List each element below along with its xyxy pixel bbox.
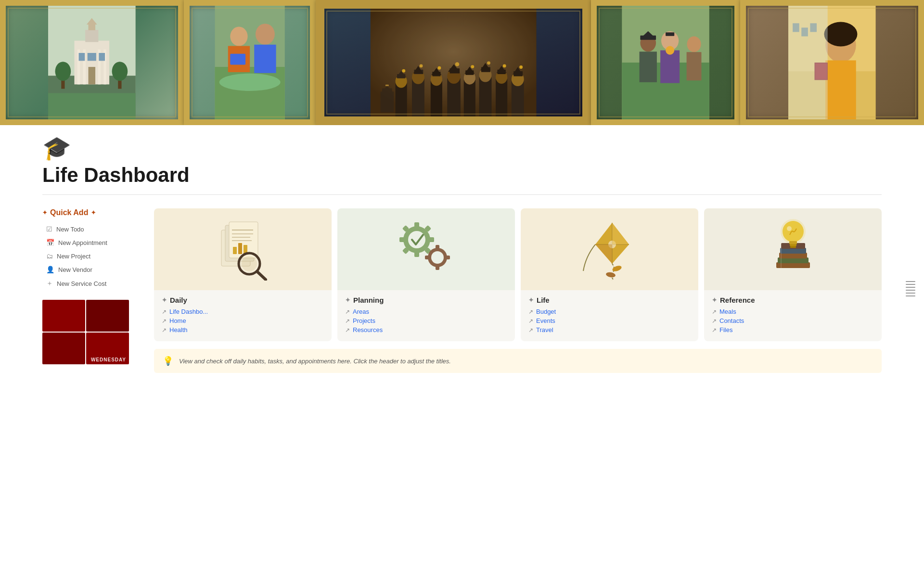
- cal-grid: WEDNESDAY: [42, 300, 129, 364]
- new-project-button[interactable]: 🗂 New Project: [42, 250, 139, 262]
- cal-cell-2: [86, 300, 129, 332]
- svg-rect-123: [436, 245, 439, 250]
- daily-illustration-area: [154, 208, 332, 290]
- calendar-widget: WEDNESDAY: [42, 300, 129, 364]
- life-link-2[interactable]: ↗ Travel: [528, 326, 691, 333]
- svg-rect-144: [790, 244, 796, 246]
- new-service-cost-label: New Service Cost: [57, 280, 106, 287]
- new-appointment-button[interactable]: 📅 New Appointment: [42, 236, 139, 249]
- life-links: ↗ Budget ↗ Events ↗ Travel: [528, 308, 691, 333]
- svg-point-109: [242, 256, 257, 271]
- frame-graduation: [316, 0, 591, 125]
- svg-point-122: [431, 251, 444, 264]
- reference-link-1[interactable]: ↗ Contacts: [712, 317, 874, 324]
- daily-link-arrow-1: ↗: [162, 318, 167, 324]
- svg-rect-106: [238, 243, 242, 254]
- scroll-line-3: [906, 287, 915, 288]
- cal-cell-wednesday: WEDNESDAY: [86, 333, 129, 364]
- daily-link-label-2: Health: [169, 326, 188, 333]
- right-content: ✦ Daily ↗ Life Dashbo... ↗ Home: [154, 208, 882, 373]
- appointment-icon: 📅: [46, 239, 54, 246]
- frame-students-reading: [184, 0, 316, 125]
- new-service-cost-button[interactable]: ＋ New Service Cost: [42, 277, 139, 290]
- project-icon: 🗂: [46, 252, 53, 260]
- svg-rect-114: [414, 251, 419, 257]
- daily-link-arrow-2: ↗: [162, 327, 167, 333]
- quick-add-label: Quick Add: [50, 208, 88, 217]
- life-illustration: [578, 218, 641, 281]
- page-icon: 🎓: [42, 135, 882, 162]
- diamond-right: ✦: [91, 209, 96, 216]
- page-title: Life Dashboard: [42, 164, 882, 187]
- daily-link-1[interactable]: ↗ Home: [162, 317, 324, 324]
- daily-sparkle-icon: ✦: [162, 296, 167, 304]
- svg-rect-124: [436, 265, 439, 270]
- scroll-line-4: [906, 290, 915, 291]
- daily-link-label-1: Home: [169, 317, 186, 324]
- svg-rect-116: [428, 237, 434, 242]
- planning-link-2[interactable]: ↗ Resources: [345, 326, 507, 333]
- daily-illustration: [212, 218, 274, 281]
- svg-point-146: [787, 226, 792, 231]
- life-card-body: ✦ Life ↗ Budget ↗ Events ↗: [521, 290, 698, 341]
- reference-link-0[interactable]: ↗ Meals: [712, 308, 874, 315]
- planning-card-body: ✦ Planning ↗ Areas ↗ Projects ↗: [337, 290, 515, 341]
- planning-link-1[interactable]: ↗ Projects: [345, 317, 507, 324]
- reference-sparkle-icon: ✦: [712, 296, 717, 304]
- planning-illustration: [395, 218, 458, 281]
- svg-rect-145: [790, 246, 796, 248]
- svg-rect-143: [789, 241, 797, 244]
- daily-link-label-0: Life Dashbo...: [169, 308, 208, 315]
- planning-illustration-area: [337, 208, 515, 290]
- life-link-0[interactable]: ↗ Budget: [528, 308, 691, 315]
- vendor-icon: 👤: [46, 266, 54, 273]
- new-todo-button[interactable]: ☑ New Todo: [42, 223, 139, 235]
- reference-link-arrow-0: ↗: [712, 308, 717, 315]
- service-cost-icon: ＋: [46, 279, 53, 288]
- scroll-line-1: [906, 281, 915, 282]
- scroll-line-5: [906, 293, 915, 294]
- planning-link-label-0: Areas: [353, 308, 369, 315]
- reference-link-2[interactable]: ↗ Files: [712, 326, 874, 333]
- new-vendor-button[interactable]: 👤 New Vendor: [42, 263, 139, 276]
- svg-rect-125: [425, 256, 430, 259]
- planning-title-label: Planning: [353, 296, 384, 304]
- new-appointment-label: New Appointment: [58, 239, 107, 246]
- new-vendor-label: New Vendor: [58, 266, 92, 273]
- svg-rect-105: [233, 247, 237, 254]
- planning-link-arrow-1: ↗: [345, 318, 350, 324]
- planning-links: ↗ Areas ↗ Projects ↗ Resources: [345, 308, 507, 333]
- frame-gallery: [0, 0, 924, 125]
- life-card: ✦ Life ↗ Budget ↗ Events ↗: [521, 208, 698, 341]
- diamond-left: ✦: [42, 209, 47, 216]
- frame-student-books: [740, 0, 924, 125]
- daily-card-body: ✦ Daily ↗ Life Dashbo... ↗ Home: [154, 290, 332, 341]
- reference-link-arrow-2: ↗: [712, 327, 717, 333]
- main-content: ✦ Quick Add ✦ ☑ New Todo 📅 New Appointme…: [0, 208, 924, 392]
- scroll-line-6: [906, 295, 915, 296]
- scroll-line-2: [906, 284, 915, 285]
- reference-title-label: Reference: [720, 296, 755, 304]
- svg-point-112: [408, 231, 425, 248]
- svg-line-110: [257, 271, 266, 280]
- header-banner: [0, 0, 924, 125]
- daily-link-0[interactable]: ↗ Life Dashbo...: [162, 308, 324, 315]
- quick-add-title: ✦ Quick Add ✦: [42, 208, 139, 217]
- daily-links: ↗ Life Dashbo... ↗ Home ↗ Health: [162, 308, 324, 333]
- life-link-label-1: Events: [536, 317, 555, 324]
- planning-section-title: ✦ Planning: [345, 296, 507, 304]
- life-title-label: Life: [537, 296, 550, 304]
- reference-card: ✦ Reference ↗ Meals ↗ Contacts: [704, 208, 882, 341]
- cal-cell-1: [42, 300, 85, 332]
- planning-link-0[interactable]: ↗ Areas: [345, 308, 507, 315]
- reference-card-body: ✦ Reference ↗ Meals ↗ Contacts: [704, 290, 882, 341]
- left-sidebar: ✦ Quick Add ✦ ☑ New Todo 📅 New Appointme…: [42, 208, 139, 373]
- info-text: View and check off daily habits, tasks, …: [179, 358, 451, 365]
- svg-marker-134: [595, 244, 612, 264]
- life-link-1[interactable]: ↗ Events: [528, 317, 691, 324]
- daily-card: ✦ Daily ↗ Life Dashbo... ↗ Home: [154, 208, 332, 341]
- todo-icon: ☑: [46, 225, 52, 233]
- life-link-arrow-1: ↗: [528, 318, 533, 324]
- daily-link-2[interactable]: ↗ Health: [162, 326, 324, 333]
- cards-grid: ✦ Daily ↗ Life Dashbo... ↗ Home: [154, 208, 882, 341]
